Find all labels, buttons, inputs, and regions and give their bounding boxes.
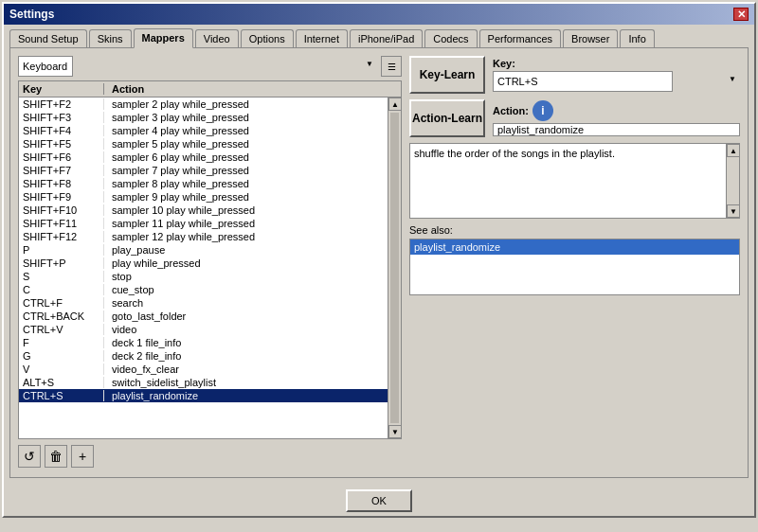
right-panel: Key-Learn Key: CTRL+S Action-Learn (409, 56, 740, 470)
row-key: SHIFT+F10 (19, 204, 104, 216)
list-icon-button[interactable]: ☰ (381, 56, 402, 77)
delete-button[interactable]: 🗑 (45, 445, 67, 468)
key-label-group: Key: CTRL+S (493, 58, 740, 92)
row-key: CTRL+BACK (19, 310, 104, 322)
table-row[interactable]: SHIFT+F11sampler 11 play while_pressed (19, 217, 388, 230)
row-action: sampler 9 play while_pressed (104, 191, 388, 203)
row-action: playlist_randomize (104, 390, 388, 401)
table-row[interactable]: SHIFT+F2sampler 2 play while_pressed (19, 98, 388, 111)
see-also-section: See also: playlist_randomize (409, 224, 740, 295)
row-key: C (19, 284, 104, 295)
see-also-list: playlist_randomize (409, 239, 740, 295)
tab-browser[interactable]: Browser (563, 29, 618, 47)
table-header: Key Action (19, 81, 401, 98)
scroll-down-arrow[interactable]: ▼ (388, 425, 401, 438)
table-row[interactable]: SHIFT+F10sampler 10 play while_pressed (19, 204, 388, 217)
table-row[interactable]: SHIFT+F4sampler 4 play while_pressed (19, 124, 388, 137)
table-row[interactable]: Pplay_pause (19, 243, 388, 257)
tab-internet[interactable]: Internet (296, 29, 348, 47)
key-select[interactable]: CTRL+S (493, 71, 673, 92)
row-action: sampler 7 play while_pressed (104, 165, 388, 176)
row-key: SHIFT+F12 (19, 231, 104, 242)
see-also-item[interactable]: playlist_randomize (410, 239, 739, 255)
row-action: sampler 10 play while_pressed (104, 204, 388, 216)
table-row[interactable]: SHIFT+Pplay while_pressed (19, 257, 388, 270)
tab-iphone[interactable]: iPhone/iPad (350, 29, 423, 47)
tab-info[interactable]: Info (620, 29, 654, 47)
tab-skins[interactable]: Skins (89, 29, 132, 47)
table-row[interactable]: SHIFT+F9sampler 9 play while_pressed (19, 190, 388, 204)
add-button[interactable]: + (71, 445, 94, 468)
table-row[interactable]: SHIFT+F8sampler 8 play while_pressed (19, 177, 388, 190)
dropdown-row: Keyboard ☰ (18, 56, 402, 77)
scroll-up-arrow[interactable]: ▲ (388, 98, 401, 111)
tab-options[interactable]: Options (241, 29, 294, 47)
mapper-dropdown[interactable]: Keyboard (18, 56, 73, 77)
mapper-dropdown-wrapper: Keyboard (18, 56, 377, 77)
left-panel: Keyboard ☰ Key Action SHIFT+F2sampler 2 … (18, 56, 402, 470)
table-row[interactable]: SHIFT+F3sampler 3 play while_pressed (19, 111, 388, 124)
key-label: Key: (493, 58, 740, 69)
table-row[interactable]: SHIFT+F7sampler 7 play while_pressed (19, 164, 388, 177)
table-row[interactable]: CTRL+Splaylist_randomize (19, 389, 388, 402)
table-row[interactable]: SHIFT+F5sampler 5 play while_pressed (19, 137, 388, 151)
row-action: sampler 3 play while_pressed (104, 112, 388, 123)
row-action: search (104, 297, 388, 309)
tab-codecs[interactable]: Codecs (424, 29, 477, 47)
row-action: cue_stop (104, 284, 388, 295)
action-field-row: Action: i (493, 100, 740, 121)
table-row[interactable]: CTRL+Vvideo (19, 323, 388, 336)
desc-scroll-track (727, 157, 739, 204)
desc-scroll-down[interactable]: ▼ (727, 204, 740, 218)
key-learn-button[interactable]: Key-Learn (409, 56, 485, 94)
desc-scroll-up[interactable]: ▲ (727, 144, 740, 157)
ok-button[interactable]: OK (346, 489, 412, 512)
table-row[interactable]: ALT+Sswitch_sidelist_playlist (19, 376, 388, 389)
row-key: G (19, 350, 104, 362)
row-key: SHIFT+F9 (19, 191, 104, 203)
table-row[interactable]: CTRL+BACKgoto_last_folder (19, 310, 388, 323)
row-key: SHIFT+F3 (19, 112, 104, 123)
key-dropdown-wrapper: CTRL+S (493, 71, 740, 92)
info-button[interactable]: i (532, 100, 553, 121)
row-action: video (104, 324, 388, 335)
tab-mappers[interactable]: Mappers (134, 28, 193, 48)
table-row[interactable]: Ccue_stop (19, 283, 388, 296)
row-key: ALT+S (19, 377, 104, 388)
ok-bar: OK (4, 484, 754, 516)
bottom-buttons: ↺ 🗑 + (18, 443, 402, 470)
row-key: V (19, 364, 104, 375)
row-key: CTRL+V (19, 324, 104, 335)
table-scrollbar[interactable]: ▲ ▼ (388, 98, 401, 438)
row-action: sampler 4 play while_pressed (104, 125, 388, 136)
tab-performances[interactable]: Performances (479, 29, 561, 47)
row-key: SHIFT+F5 (19, 138, 104, 150)
row-key: SHIFT+F4 (19, 125, 104, 136)
action-learn-button[interactable]: Action-Learn (409, 99, 485, 137)
action-input[interactable] (493, 123, 740, 136)
action-label-group: Action: i (493, 100, 740, 136)
description-area: shuffle the order of the songs in the pl… (409, 143, 740, 219)
row-action: sampler 11 play while_pressed (104, 218, 388, 229)
row-action: video_fx_clear (104, 364, 388, 375)
table-row[interactable]: CTRL+Fsearch (19, 296, 388, 310)
content-area: Keyboard ☰ Key Action SHIFT+F2sampler 2 … (9, 47, 749, 478)
table-row[interactable]: Fdeck 1 file_info (19, 336, 388, 349)
row-action: stop (104, 271, 388, 282)
table-row[interactable]: SHIFT+F6sampler 6 play while_pressed (19, 151, 388, 164)
row-key: S (19, 271, 104, 282)
table-row[interactable]: Vvideo_fx_clear (19, 363, 388, 376)
tab-bar: Sound SetupSkinsMappersVideoOptionsInter… (4, 25, 754, 47)
scroll-thumb[interactable] (390, 113, 399, 423)
table-row[interactable]: SHIFT+F12sampler 12 play while_pressed (19, 230, 388, 243)
col-key-header: Key (19, 83, 104, 95)
table-row[interactable]: Sstop (19, 270, 388, 283)
undo-button[interactable]: ↺ (18, 445, 41, 468)
close-button[interactable]: ✕ (733, 8, 749, 21)
row-key: SHIFT+F11 (19, 218, 104, 229)
table-row[interactable]: Gdeck 2 file_info (19, 349, 388, 363)
tab-sound-setup[interactable]: Sound Setup (9, 29, 87, 47)
row-action: goto_last_folder (104, 310, 388, 322)
tab-video[interactable]: Video (195, 29, 239, 47)
row-key: F (19, 337, 104, 348)
